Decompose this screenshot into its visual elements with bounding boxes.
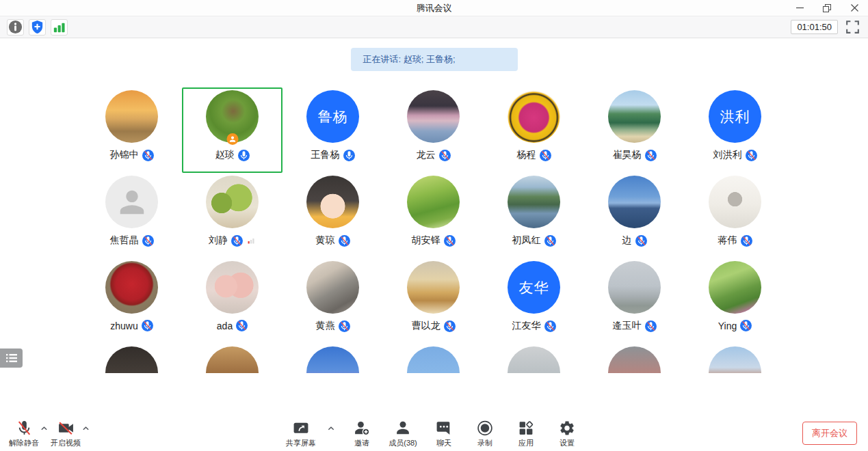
participant-cell-partial[interactable] — [182, 344, 282, 373]
participant-cell-partial[interactable] — [383, 344, 484, 373]
participant-cell-partial[interactable] — [484, 344, 584, 373]
record-button[interactable]: 录制 — [469, 420, 501, 448]
chat-button[interactable]: 聊天 — [428, 420, 460, 448]
participant-name: 逄玉叶 — [613, 320, 642, 332]
meeting-duration: 01:01:50 — [791, 20, 838, 34]
participant-name: 黄琼 — [316, 234, 335, 247]
security-button[interactable] — [29, 19, 46, 36]
participant-name: 初凤红 — [512, 234, 541, 247]
participant-cell[interactable]: zhuwu — [81, 258, 182, 344]
share-screen-label: 共享屏幕 — [286, 438, 316, 448]
meeting-window: 腾讯会议 01:01:50 — [0, 0, 868, 451]
participant-cell[interactable]: 孙锦中 — [81, 87, 182, 173]
main-area: 正在讲话: 赵琰; 王鲁杨; 孙锦中赵琰鲁杨王鲁杨龙云杨程崔昊杨洪利刘洪利焦哲晶… — [0, 39, 868, 415]
video-options-caret[interactable] — [82, 426, 90, 431]
participant-avatar — [306, 346, 359, 373]
participant-avatar — [206, 261, 259, 314]
share-screen-button[interactable]: 共享屏幕 — [285, 420, 317, 448]
participant-cell-partial[interactable] — [584, 344, 685, 373]
unmute-button[interactable]: 解除静音 — [8, 420, 40, 448]
list-icon — [6, 353, 17, 363]
mic-muted-icon — [444, 235, 456, 247]
mic-muted-icon — [236, 320, 248, 331]
participant-cell[interactable]: 杨程 — [484, 87, 584, 173]
mic-options-caret[interactable] — [40, 426, 48, 431]
record-label-chat: 聊天 — [436, 438, 451, 448]
mic-muted-icon — [231, 235, 243, 247]
meeting-info-button[interactable] — [7, 19, 24, 36]
participant-cell-partial[interactable] — [282, 344, 383, 373]
participant-avatar — [105, 90, 158, 143]
participant-cell[interactable]: 逄玉叶 — [584, 258, 685, 344]
member-list-toggle[interactable] — [0, 348, 23, 368]
start-video-button[interactable]: 开启视频 — [50, 420, 81, 448]
participant-avatar — [206, 90, 259, 143]
participant-avatar — [407, 346, 460, 373]
close-button[interactable] — [841, 0, 868, 16]
settings-button[interactable]: 设置 — [551, 420, 583, 448]
record-icon — [477, 420, 494, 437]
participant-avatar — [306, 261, 359, 314]
participant-avatar — [608, 90, 661, 143]
participant-name: 孙锦中 — [110, 149, 139, 161]
camera-muted-icon — [57, 420, 75, 437]
signal-icon — [51, 19, 67, 35]
participant-avatar — [407, 176, 460, 228]
participant-avatar: 洪利 — [709, 90, 761, 143]
participant-name: 刘洪利 — [713, 149, 742, 161]
participant-name: 崔昊杨 — [613, 149, 642, 161]
host-badge-icon — [226, 133, 238, 145]
participant-cell[interactable]: 初凤红 — [484, 173, 584, 258]
mic-muted-icon — [439, 150, 451, 161]
network-poor-icon — [246, 236, 256, 245]
participant-cell[interactable]: 刘静 — [182, 173, 282, 258]
top-toolbar: 01:01:50 — [0, 16, 868, 38]
participant-avatar: 鲁杨 — [306, 90, 359, 143]
participant-grid-viewport: 孙锦中赵琰鲁杨王鲁杨龙云杨程崔昊杨洪利刘洪利焦哲晶刘静黄琼胡安铎初凤红边蒋伟zh… — [0, 87, 868, 373]
participant-name: 杨程 — [517, 149, 536, 161]
minimize-button[interactable] — [786, 0, 813, 16]
participant-cell[interactable]: 赵琰 — [182, 87, 282, 173]
participant-cell-partial[interactable] — [685, 344, 785, 373]
mic-muted-icon — [339, 235, 350, 247]
participant-cell[interactable]: 友华江友华 — [484, 258, 584, 344]
participant-cell[interactable]: Ying — [685, 258, 785, 344]
participant-cell[interactable]: 龙云 — [383, 87, 484, 173]
participant-avatar — [508, 90, 560, 143]
network-status-button[interactable] — [51, 19, 68, 36]
apps-button[interactable]: 应用 — [510, 420, 542, 448]
participant-cell[interactable]: 焦哲晶 — [81, 173, 182, 258]
participant-cell[interactable]: 黄燕 — [282, 258, 383, 344]
participant-avatar — [206, 176, 259, 228]
participant-cell[interactable]: 鲁杨王鲁杨 — [282, 87, 383, 173]
participant-cell[interactable]: 边 — [584, 173, 685, 258]
leave-meeting-button[interactable]: 离开会议 — [802, 422, 857, 445]
participant-cell[interactable]: 胡安铎 — [383, 173, 484, 258]
invite-button[interactable]: 邀请 — [346, 420, 378, 448]
participant-cell[interactable]: 蒋伟 — [685, 173, 785, 258]
person-silhouette-icon — [116, 187, 148, 218]
mic-on-icon — [238, 150, 250, 161]
participant-cell[interactable]: 黄琼 — [282, 173, 383, 258]
participant-avatar — [508, 176, 560, 228]
fullscreen-button[interactable] — [844, 19, 861, 36]
members-button[interactable]: 成员(38) — [387, 420, 419, 448]
bottom-toolbar: 解除静音 开启视频 共享屏幕 邀请 — [0, 415, 868, 451]
mic-muted-icon — [142, 150, 154, 161]
start-video-label: 开启视频 — [51, 438, 81, 448]
participant-cell-partial[interactable] — [81, 344, 182, 373]
participant-cell[interactable]: ada — [182, 258, 282, 344]
participant-cell[interactable]: 洪利刘洪利 — [685, 87, 785, 173]
participant-cell[interactable]: 曹以龙 — [383, 258, 484, 344]
participant-name: 黄燕 — [316, 320, 335, 332]
participant-avatar — [709, 346, 761, 373]
participant-avatar — [407, 90, 460, 143]
restore-button[interactable] — [813, 0, 841, 16]
participant-name: 焦哲晶 — [110, 234, 139, 247]
settings-gear-icon — [559, 420, 576, 437]
share-options-caret[interactable] — [327, 426, 334, 431]
page-title: 腾讯会议 — [0, 2, 868, 14]
participant-cell[interactable]: 崔昊杨 — [584, 87, 685, 173]
mic-on-icon — [343, 150, 355, 161]
participant-name: zhuwu — [110, 320, 137, 331]
